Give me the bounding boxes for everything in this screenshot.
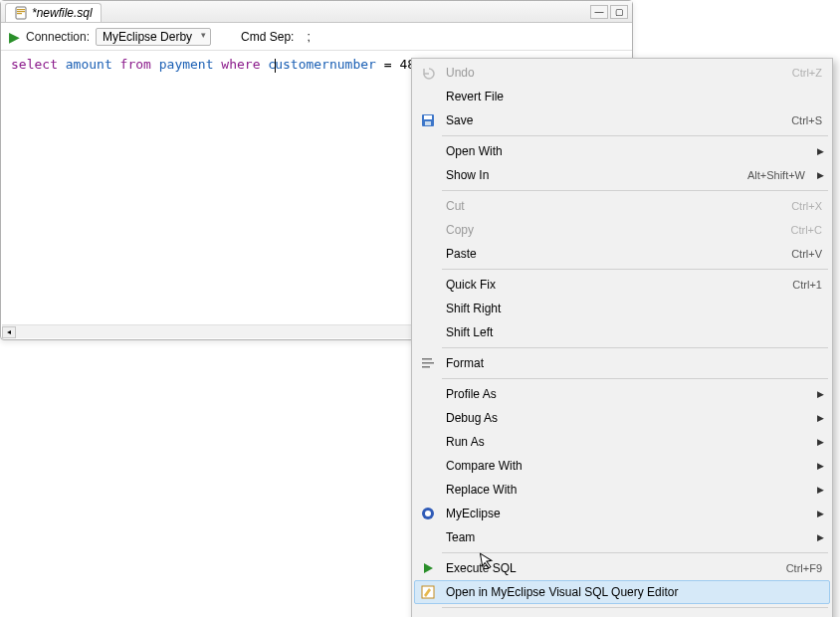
visual-editor-icon <box>416 585 440 599</box>
cmdsep-input[interactable]: ; <box>300 28 319 46</box>
save-icon <box>416 113 440 127</box>
submenu-arrow-icon: ▶ <box>807 509 824 518</box>
submenu-arrow-icon: ▶ <box>807 461 824 471</box>
menu-run-as[interactable]: Run As▶ <box>414 430 830 454</box>
menu-profile-as[interactable]: Profile As▶ <box>414 382 830 406</box>
submenu-arrow-icon: ▶ <box>807 532 824 542</box>
svg-rect-9 <box>422 366 430 368</box>
submenu-arrow-icon: ▶ <box>807 389 824 399</box>
menu-compare-with[interactable]: Compare With▶ <box>414 454 830 478</box>
menu-preferences[interactable]: Preferences... <box>414 611 830 617</box>
menu-team[interactable]: Team▶ <box>414 525 830 549</box>
menu-copy: CopyCtrl+C <box>414 218 830 242</box>
sql-file-icon <box>14 6 28 20</box>
cmdsep-label: Cmd Sep: <box>241 30 294 44</box>
minimize-button[interactable]: — <box>590 5 608 19</box>
maximize-button[interactable]: ▢ <box>610 5 628 19</box>
menu-show-in[interactable]: Show In Alt+Shift+W▶ <box>414 163 830 187</box>
menu-shift-left[interactable]: Shift Left <box>414 320 830 344</box>
tab-title: *newfile.sql <box>32 6 93 20</box>
svg-rect-3 <box>17 13 22 14</box>
svg-rect-1 <box>17 9 25 10</box>
menu-open-with[interactable]: Open With▶ <box>414 139 830 163</box>
menu-format[interactable]: Format <box>414 351 830 375</box>
connection-label: Connection: <box>26 30 90 44</box>
svg-rect-8 <box>422 362 434 364</box>
svg-rect-5 <box>424 115 432 119</box>
format-icon <box>416 356 440 370</box>
file-tab[interactable]: *newfile.sql <box>5 3 102 22</box>
svg-rect-2 <box>17 11 25 12</box>
menu-save[interactable]: Save Ctrl+S <box>414 108 830 132</box>
menu-revert-file[interactable]: Revert File <box>414 85 830 108</box>
menu-undo: Undo Ctrl+Z <box>414 61 830 85</box>
svg-point-11 <box>425 511 431 516</box>
context-menu: Undo Ctrl+Z Revert File Save Ctrl+S Open… <box>411 58 833 617</box>
undo-icon <box>416 66 440 80</box>
svg-rect-7 <box>422 358 432 360</box>
run-icon[interactable]: ▶ <box>9 29 20 45</box>
submenu-arrow-icon: ▶ <box>807 413 824 423</box>
menu-cut: CutCtrl+X <box>414 194 830 218</box>
menu-shift-right[interactable]: Shift Right <box>414 297 830 320</box>
myeclipse-icon <box>416 507 440 520</box>
menu-replace-with[interactable]: Replace With▶ <box>414 478 830 502</box>
menu-paste[interactable]: PasteCtrl+V <box>414 242 830 266</box>
svg-rect-6 <box>425 121 431 125</box>
menu-myeclipse[interactable]: MyEclipse▶ <box>414 502 830 525</box>
connection-select[interactable]: MyEclipse Derby <box>96 28 211 46</box>
editor-toolbar: ▶ Connection: MyEclipse Derby Cmd Sep: ; <box>1 23 632 51</box>
tab-bar: *newfile.sql — ▢ <box>1 1 632 23</box>
scroll-left-arrow[interactable]: ◂ <box>2 326 16 338</box>
submenu-arrow-icon: ▶ <box>807 485 824 495</box>
submenu-arrow-icon: ▶ <box>807 170 824 180</box>
execute-icon <box>416 562 440 574</box>
window-controls: — ▢ <box>590 5 628 19</box>
menu-execute-sql[interactable]: Execute SQLCtrl+F9 <box>414 556 830 580</box>
submenu-arrow-icon: ▶ <box>807 146 824 156</box>
menu-debug-as[interactable]: Debug As▶ <box>414 406 830 430</box>
menu-quick-fix[interactable]: Quick FixCtrl+1 <box>414 273 830 297</box>
menu-open-visual-sql-editor[interactable]: Open in MyEclipse Visual SQL Query Edito… <box>414 580 830 604</box>
submenu-arrow-icon: ▶ <box>807 437 824 447</box>
